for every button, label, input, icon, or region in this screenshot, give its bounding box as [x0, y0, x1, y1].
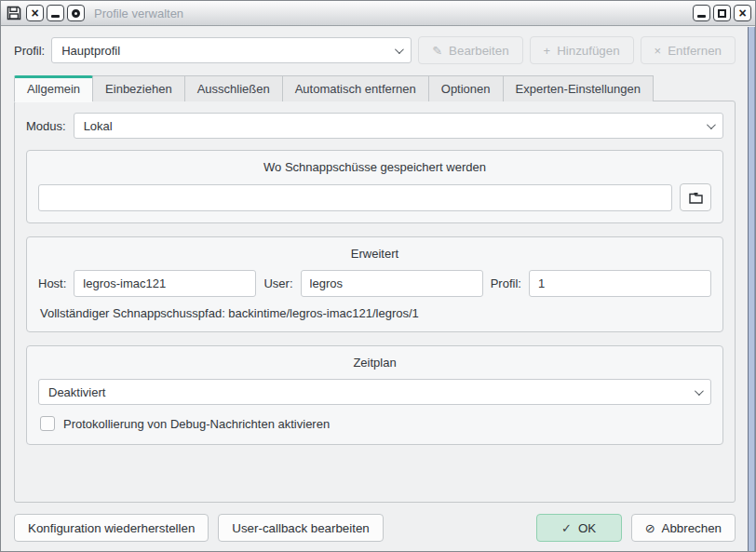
schedule-combobox-value: Deaktiviert: [48, 385, 105, 399]
tab-page-allgemein: Modus: Lokal Wo Schnappschüsse gespeiche…: [14, 101, 736, 503]
tab-experten-einstellungen[interactable]: Experten-Einstellungen: [503, 75, 654, 101]
footer-button-row: Konfiguration wiederherstellen User-call…: [8, 503, 741, 542]
debug-logging-row: Protokollierung von Debug-Nachrichten ak…: [40, 416, 709, 431]
close-icon: ×: [31, 7, 38, 20]
snapshot-location-group: Wo Schnappschüsse gespeichert werden: [26, 150, 723, 223]
user-input[interactable]: [301, 270, 483, 297]
schedule-combobox[interactable]: Deaktiviert: [38, 379, 711, 405]
maximize-icon: [72, 9, 80, 18]
titlebar-left-minimize-button[interactable]: [47, 5, 64, 21]
profile-label: Profil:: [14, 44, 45, 58]
full-snapshot-path-text: Vollständiger Schnappschusspfad: backint…: [40, 306, 709, 320]
plus-icon: +: [544, 44, 551, 58]
host-input[interactable]: [74, 270, 256, 297]
minimize-icon: [697, 15, 706, 18]
mode-combobox[interactable]: Lokal: [74, 113, 723, 139]
add-profile-label: Hinzufügen: [557, 44, 619, 58]
titlebar-right-minimize-button[interactable]: [693, 5, 710, 21]
titlebar-left-maximize-button[interactable]: [67, 5, 85, 21]
dialog-content: Profil: Hauptprofil ✎ Bearbeiten + Hinzu…: [1, 27, 747, 551]
mode-row: Modus: Lokal: [26, 113, 723, 139]
add-profile-button[interactable]: + Hinzufügen: [530, 36, 634, 64]
edit-profile-label: Bearbeiten: [449, 44, 508, 58]
user-label: User:: [263, 276, 292, 290]
edit-user-callback-label: User-callback bearbeiten: [232, 521, 369, 535]
dialog-window: × Profile verwalten × Profil: Hauptprofi…: [0, 0, 756, 552]
tab-einbeziehen[interactable]: Einbeziehen: [92, 75, 185, 101]
cross-icon: ×: [655, 44, 662, 58]
pencil-icon: ✎: [432, 44, 442, 58]
maximize-icon: [718, 9, 726, 18]
schedule-group: Zeitplan Deaktiviert Protokollierung von…: [26, 345, 723, 445]
tab-automatisch-entfernen[interactable]: Automatisch entfernen: [282, 75, 429, 101]
chevron-down-icon: [395, 45, 404, 54]
restore-config-button[interactable]: Konfiguration wiederherstellen: [14, 514, 209, 542]
mode-combobox-value: Lokal: [84, 119, 113, 133]
tab-bar: Allgemein Einbeziehen Ausschließen Autom…: [14, 75, 736, 101]
titlebar-right-close-button[interactable]: ×: [734, 5, 751, 21]
advanced-title: Erweitert: [38, 245, 711, 270]
check-icon: ✓: [561, 521, 572, 535]
profile-row: Profil: Hauptprofil ✎ Bearbeiten + Hinzu…: [14, 36, 736, 64]
mode-label: Modus:: [26, 119, 66, 133]
snapshot-path-input[interactable]: [38, 184, 672, 211]
ok-button[interactable]: ✓ OK: [536, 514, 622, 542]
host-label: Host:: [38, 276, 66, 290]
ok-label: OK: [578, 521, 596, 535]
cancel-icon: ⊘: [645, 521, 655, 535]
folder-icon: [689, 192, 703, 204]
remove-profile-button[interactable]: × Entfernen: [641, 36, 736, 64]
titlebar: × Profile verwalten ×: [1, 1, 755, 26]
tab-allgemein[interactable]: Allgemein: [14, 75, 93, 101]
titlebar-left-close-button[interactable]: ×: [26, 5, 44, 21]
chevron-down-icon: [695, 386, 704, 396]
tab-optionen[interactable]: Optionen: [428, 75, 504, 101]
browse-folder-button[interactable]: [680, 183, 711, 211]
schedule-title: Zeitplan: [38, 354, 711, 379]
chevron-down-icon: [707, 120, 716, 129]
minimize-icon: [51, 15, 60, 18]
debug-logging-label: Protokollierung von Debug-Nachrichten ak…: [63, 417, 330, 431]
restore-config-label: Konfiguration wiederherstellen: [28, 521, 195, 535]
remove-profile-label: Entfernen: [668, 44, 722, 58]
profile-combobox[interactable]: Hauptprofil: [51, 37, 412, 63]
tab-ausschliessen[interactable]: Ausschließen: [184, 75, 283, 101]
titlebar-right-maximize-button[interactable]: [713, 5, 731, 21]
profile-id-label: Profil:: [491, 276, 521, 290]
edit-profile-button[interactable]: ✎ Bearbeiten: [418, 36, 522, 64]
cancel-label: Abbrechen: [662, 521, 722, 535]
advanced-group: Erweitert Host: User: Profil: Vollständi…: [26, 236, 723, 332]
snapshot-location-title: Wo Schnappschüsse gespeichert werden: [38, 158, 711, 183]
window-title: Profile verwalten: [94, 7, 690, 20]
edit-user-callback-button[interactable]: User-callback bearbeiten: [218, 514, 383, 542]
cancel-button[interactable]: ⊘ Abbrechen: [631, 514, 736, 542]
profile-combobox-value: Hauptprofil: [61, 44, 120, 58]
profile-id-input[interactable]: [529, 270, 711, 297]
window-frame-right-strip: [748, 27, 755, 551]
app-floppy-icon: [5, 4, 23, 22]
debug-logging-checkbox[interactable]: [40, 416, 55, 431]
close-icon: ×: [738, 7, 746, 20]
